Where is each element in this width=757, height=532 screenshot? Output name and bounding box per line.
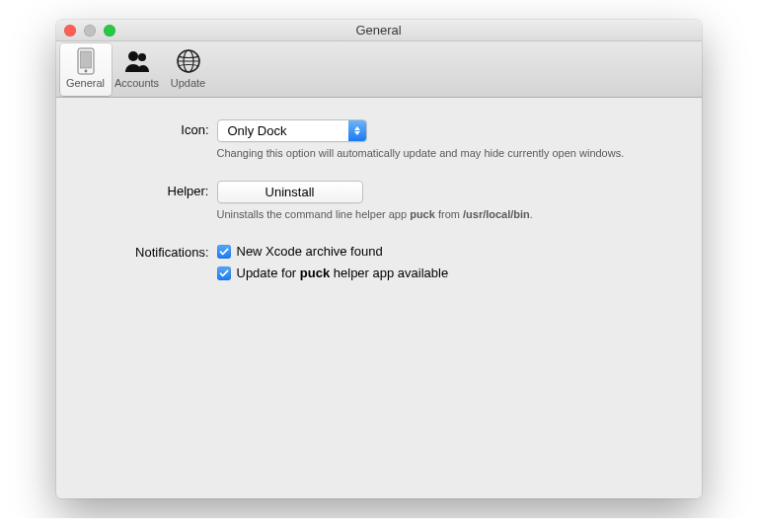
icon-popup[interactable]: Only Dock (217, 119, 367, 142)
checkbox-checked-icon (217, 266, 231, 280)
tab-label: Update (171, 77, 205, 89)
chevron-up-down-icon (348, 120, 366, 141)
tab-label: General (66, 77, 105, 89)
tab-accounts[interactable]: Accounts (112, 43, 163, 96)
helper-path: /usr/local/bin (463, 208, 530, 220)
helper-label: Helper: (96, 181, 217, 198)
tab-general[interactable]: General (60, 43, 112, 96)
globe-icon (174, 46, 203, 76)
window-title: General (56, 23, 702, 38)
helper-app-name: puck (410, 208, 435, 220)
helper-hint: Uninstalls the command line helper app p… (217, 207, 662, 222)
titlebar: General (56, 20, 702, 41)
notif-xcode-archive[interactable]: New Xcode archive found (217, 242, 662, 262)
icon-label: Icon: (96, 119, 217, 137)
svg-rect-1 (80, 51, 91, 68)
preferences-window: General General Accounts (56, 20, 702, 498)
svg-point-2 (84, 70, 87, 73)
svg-point-4 (138, 53, 146, 61)
uninstall-button[interactable]: Uninstall (217, 181, 363, 203)
notifications-label: Notifications: (96, 242, 217, 260)
svg-point-3 (128, 51, 138, 61)
checkbox-checked-icon (217, 245, 231, 259)
checkbox-label: Update for puck helper app available (237, 266, 449, 280)
helper-row: Helper: Uninstall Uninstalls the command… (96, 181, 662, 236)
toolbar: General Accounts (56, 41, 702, 98)
icon-hint: Changing this option will automatically … (217, 146, 662, 161)
icon-row: Icon: Only Dock Changing this option wil… (96, 119, 662, 175)
notif-puck-update[interactable]: Update for puck helper app available (217, 264, 662, 283)
checkbox-label: New Xcode archive found (237, 244, 383, 259)
notifications-row: Notifications: New Xcode archive found U… (96, 242, 662, 285)
tab-update[interactable]: Update (163, 43, 214, 96)
phone-icon (71, 46, 101, 76)
icon-popup-value: Only Dock (218, 123, 348, 138)
content-area: Icon: Only Dock Changing this option wil… (56, 98, 702, 498)
accounts-icon (122, 46, 152, 76)
tab-label: Accounts (114, 77, 159, 89)
